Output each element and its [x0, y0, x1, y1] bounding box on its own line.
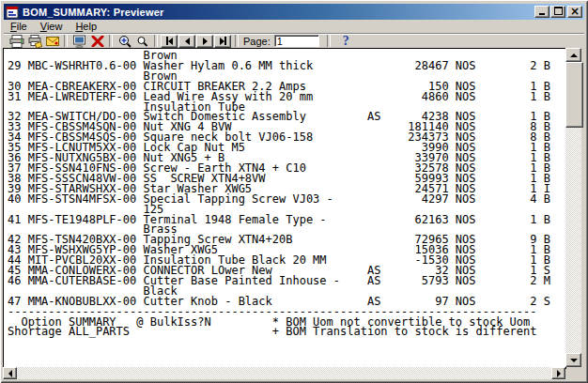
toolbar: Page: ? [4, 34, 567, 49]
screen-preview-button[interactable] [70, 34, 88, 48]
arrow-down-icon [570, 359, 578, 362]
next-page-button[interactable] [196, 35, 213, 48]
arrow-right-icon [557, 370, 561, 377]
zoom-out-button[interactable] [133, 34, 151, 48]
close-button[interactable]: × [567, 6, 582, 18]
scroll-up-button[interactable] [565, 48, 581, 62]
zoom-out-icon [136, 36, 148, 47]
minimize-button[interactable] [534, 6, 549, 18]
mail-export-button[interactable] [43, 34, 61, 48]
menu-file[interactable]: File [4, 20, 34, 33]
window-title: BOM_SUMMARY: Previewer [23, 7, 534, 18]
menu-view[interactable]: View [34, 20, 70, 33]
arrow-up-icon [570, 54, 578, 57]
close-icon: × [570, 8, 580, 16]
maximize-button[interactable] [550, 6, 565, 18]
previous-page-icon [185, 38, 190, 45]
arrow-left-icon [8, 370, 12, 377]
previous-page-button[interactable] [178, 35, 195, 48]
print-setup-icon [27, 35, 42, 48]
report-viewport: Brown 29 MBC-WSHRHT0.6-00 Washer Hylam 0… [3, 48, 566, 369]
horizontal-scrollbar[interactable] [3, 367, 565, 379]
mail-export-icon [45, 35, 60, 48]
last-page-button[interactable] [214, 35, 231, 48]
maximize-icon [554, 7, 563, 15]
close-preview-button[interactable] [88, 34, 106, 48]
help-button[interactable]: ? [337, 34, 355, 48]
window: BOM_SUMMARY: Previewer × File View Help [0, 0, 588, 383]
toolbar-separator [64, 35, 68, 47]
minimize-icon [539, 13, 545, 15]
zoom-in-icon [117, 35, 132, 48]
menu-help[interactable]: Help [69, 20, 103, 33]
vertical-scroll-thumb[interactable] [565, 62, 583, 128]
window-controls: × [534, 6, 582, 18]
help-icon: ? [343, 35, 349, 48]
report-text: Brown 29 MBC-WSHRHT0.6-00 Washer Hylam 0… [4, 49, 565, 337]
scroll-down-button[interactable] [565, 353, 581, 367]
print-setup-button[interactable] [25, 34, 43, 48]
toolbar-separator [154, 35, 158, 47]
screen-preview-icon [72, 35, 86, 48]
toolbar-separator [235, 35, 239, 47]
scroll-right-button[interactable] [551, 367, 565, 379]
page-input[interactable] [274, 35, 319, 47]
toolbar-separator [109, 35, 113, 47]
zoom-in-button[interactable] [116, 34, 133, 48]
print-icon [9, 35, 24, 48]
titlebar[interactable]: BOM_SUMMARY: Previewer × [4, 4, 584, 20]
toolbar-separator [327, 35, 331, 47]
app-icon [6, 6, 19, 19]
close-preview-icon [91, 36, 104, 47]
page-label: Page: [243, 36, 271, 47]
print-button[interactable] [8, 34, 25, 48]
menu-bar: File View Help [4, 20, 584, 34]
first-page-button[interactable] [161, 35, 178, 48]
next-page-icon [203, 38, 208, 45]
scroll-left-button[interactable] [3, 367, 17, 379]
vertical-scrollbar[interactable] [565, 48, 581, 367]
